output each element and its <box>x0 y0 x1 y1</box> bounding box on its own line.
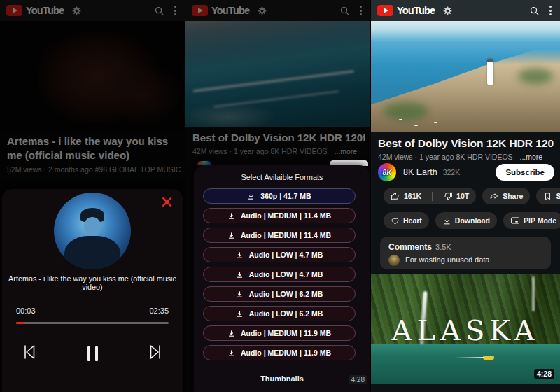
thumbs-up-icon <box>391 191 400 201</box>
download-icon <box>442 216 451 225</box>
right-screen: YouTube Best of Dolby Vision 12K HDR 120… <box>371 0 560 392</box>
format-option-audio[interactable]: Audio | LOW | 4.7 MB <box>203 247 356 262</box>
download-icon <box>236 290 244 298</box>
boat-art <box>483 356 494 360</box>
save-label: Save <box>556 192 560 200</box>
youtube-logo[interactable]: YouTube <box>377 5 435 16</box>
modal-title: Select Avilaible Formats <box>194 173 370 181</box>
share-label: Share <box>503 192 523 200</box>
boat-art <box>434 122 438 123</box>
next-video-thumbnail[interactable]: ALASKA 4:28 <box>371 274 560 384</box>
dislike-count: 10T <box>456 192 469 200</box>
download-icon <box>236 310 244 318</box>
download-icon <box>227 212 235 220</box>
duration-badge: 4:28 <box>349 375 367 384</box>
search-icon[interactable] <box>529 6 540 16</box>
format-label: Audio | MEDIUM | 11.9 MB <box>241 329 331 337</box>
thumbnail-overlay-title: ALASKA <box>371 314 560 346</box>
video-player-area[interactable] <box>371 20 560 132</box>
share-button[interactable]: Share <box>482 188 530 204</box>
track-thumbnail <box>54 192 131 270</box>
pip-label: PIP Mode <box>524 216 556 225</box>
format-option-audio[interactable]: Audio | MEDIUM | 11.9 MB <box>203 326 356 341</box>
middle-screen: YouTube Best of Dolby Vision 12K HDR 120… <box>186 0 371 392</box>
video-meta: 42M views · 1 year ago 8K HDR VIDEOS ...… <box>378 153 557 161</box>
download-icon <box>236 251 244 259</box>
download-formats-modal: Select Avilaible Formats 360p | 41.7 MB … <box>194 165 370 392</box>
water-art <box>371 344 560 384</box>
pause-icon[interactable] <box>88 346 98 361</box>
comments-card[interactable]: Comments3.5K For wasting unused data <box>380 237 551 270</box>
youtube-play-icon <box>377 5 393 16</box>
format-option-audio[interactable]: Audio | LOW | 6.2 MB <box>203 306 356 321</box>
format-label: Audio | MEDIUM | 11.9 MB <box>241 349 331 357</box>
pill-divider <box>432 192 433 201</box>
format-option-360p[interactable]: 360p | 41.7 MB <box>203 188 356 204</box>
format-label: Audio | MEDIUM | 11.4 MB <box>241 231 331 239</box>
channel-name[interactable]: 8K Earth <box>403 167 438 177</box>
share-icon <box>489 191 499 201</box>
app-header: YouTube <box>371 0 560 21</box>
previous-track-icon[interactable] <box>20 343 38 364</box>
lighthouse-art <box>487 59 493 85</box>
save-button[interactable]: Save <box>536 188 560 204</box>
format-list: 360p | 41.7 MB Audio | MEDIUM | 11.4 MB … <box>203 188 356 360</box>
thumbnails-link[interactable]: Thumbnails <box>194 374 370 383</box>
format-label: 360p | 41.7 MB <box>260 192 311 200</box>
comments-header: Comments3.5K <box>388 242 451 252</box>
video-meta-text: 42M views · 1 year ago 8K HDR VIDEOS <box>378 153 513 161</box>
commenter-avatar <box>388 255 400 266</box>
channel-row: 8K 8K Earth 322K Subscribe <box>378 162 554 182</box>
format-option-audio[interactable]: Audio | LOW | 6.2 MB <box>203 286 356 302</box>
elapsed-time: 00:03 <box>16 307 36 315</box>
format-label: Audio | LOW | 4.7 MB <box>249 251 323 259</box>
dislike-button[interactable]: 10T <box>436 188 476 204</box>
download-label: Download <box>455 216 490 225</box>
format-option-audio[interactable]: Audio | MEDIUM | 11.4 MB <box>203 227 356 243</box>
format-option-audio[interactable]: Audio | LOW | 4.7 MB <box>203 267 356 282</box>
pip-icon <box>510 216 520 225</box>
greenery-art <box>518 69 553 84</box>
close-icon[interactable] <box>161 196 174 209</box>
progress-fill <box>16 322 24 324</box>
waterfall-art <box>532 276 535 312</box>
thumbnail-art <box>64 236 120 270</box>
settings-gear-icon[interactable] <box>442 6 453 16</box>
time-row: 00:03 02:35 <box>16 307 169 315</box>
more-link[interactable]: ...more <box>520 153 543 161</box>
pip-mode-button[interactable]: PIP Mode <box>503 212 560 229</box>
heart-button[interactable]: Heart <box>384 212 429 229</box>
left-screen: YouTube Artemas - i like the way you kis… <box>0 0 186 392</box>
subscribe-button[interactable]: Subscribe <box>496 164 554 181</box>
heart-icon <box>391 216 400 225</box>
total-duration: 02:35 <box>149 307 169 315</box>
greenery-art <box>384 102 428 120</box>
download-icon <box>227 349 235 357</box>
actions-row-2: Heart Download PIP Mode Mini <box>384 212 560 229</box>
subscriber-count: 322K <box>443 168 461 176</box>
channel-avatar[interactable]: 8K <box>378 163 396 181</box>
thumbs-down-icon <box>443 191 453 201</box>
format-label: Audio | LOW | 6.2 MB <box>249 290 323 298</box>
format-option-audio[interactable]: Audio | MEDIUM | 11.4 MB <box>203 208 356 223</box>
format-label: Audio | MEDIUM | 11.4 MB <box>241 211 331 220</box>
progress-bar[interactable] <box>16 322 169 324</box>
comments-title: Comments <box>388 242 432 252</box>
like-count: 161K <box>404 192 421 200</box>
save-icon <box>543 192 552 201</box>
download-icon <box>247 192 255 200</box>
download-button[interactable]: Download <box>435 212 497 229</box>
logo-text: YouTube <box>397 5 435 16</box>
download-icon <box>236 271 244 279</box>
heart-label: Heart <box>403 216 422 225</box>
download-icon <box>227 232 235 239</box>
track-title: Artemas - i like the way you kiss me (of… <box>8 274 177 291</box>
like-dislike-pill: 161K 10T <box>384 188 476 204</box>
format-option-audio[interactable]: Audio | MEDIUM | 11.9 MB <box>203 345 356 360</box>
download-icon <box>227 330 235 337</box>
format-label: Audio | LOW | 4.7 MB <box>249 270 323 279</box>
thumbnail-art <box>84 217 102 236</box>
next-track-icon[interactable] <box>147 343 164 364</box>
like-button[interactable]: 161K <box>384 188 428 204</box>
kebab-menu-icon[interactable] <box>550 6 552 15</box>
